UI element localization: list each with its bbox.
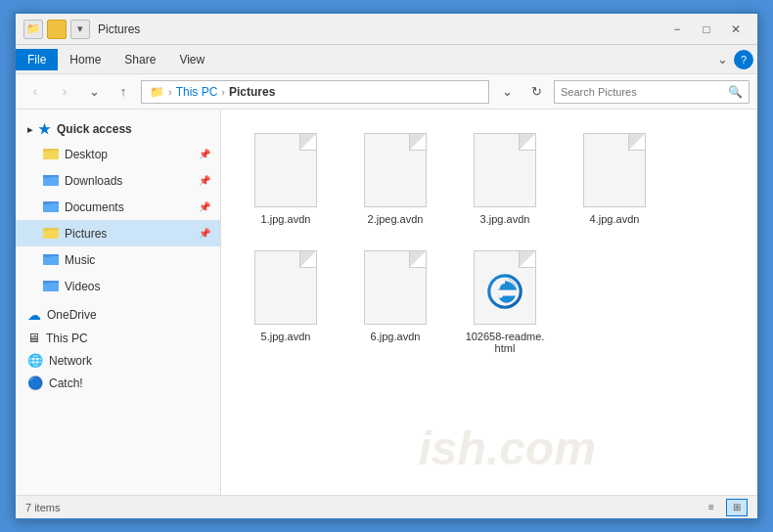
- file-item-7[interactable]: 102658-readme.html: [456, 243, 554, 360]
- path-pictures: Pictures: [229, 85, 275, 99]
- minimize-button[interactable]: −: [663, 20, 691, 39]
- address-path[interactable]: 📁 › This PC › Pictures: [141, 80, 489, 104]
- path-dropdown[interactable]: ⌄: [495, 80, 519, 104]
- file-page-4: [583, 133, 646, 207]
- svg-rect-7: [43, 203, 59, 212]
- file-icon-2: [360, 131, 431, 209]
- maximize-button[interactable]: □: [693, 20, 720, 39]
- search-icon: 🔍: [728, 85, 743, 99]
- sidebar-item-network[interactable]: 🌐 Network: [16, 349, 220, 372]
- file-icon-5: [250, 248, 321, 327]
- window-controls: − □ ✕: [663, 20, 750, 39]
- pictures-pin-icon: 📌: [199, 228, 210, 239]
- music-label: Music: [65, 253, 95, 267]
- documents-label: Documents: [65, 200, 124, 214]
- desktop-label: Desktop: [65, 148, 108, 161]
- file-item-1[interactable]: 1.jpg.avdn: [237, 125, 335, 231]
- svg-rect-1: [43, 151, 59, 159]
- tb-icon-1: 📁: [23, 20, 43, 39]
- menu-home[interactable]: Home: [58, 49, 113, 70]
- close-button[interactable]: ✕: [722, 20, 750, 39]
- file-icon-1: [250, 131, 321, 209]
- sidebar-item-videos[interactable]: Videos: [16, 273, 220, 299]
- music-folder-icon: [43, 250, 59, 269]
- svg-rect-16: [43, 283, 59, 291]
- search-box[interactable]: 🔍: [554, 80, 750, 104]
- title-text: Pictures: [98, 22, 663, 36]
- videos-folder-icon: [43, 277, 59, 295]
- svg-rect-10: [43, 230, 59, 239]
- svg-rect-17: [43, 281, 50, 284]
- sidebar-item-downloads[interactable]: Downloads 📌: [16, 167, 220, 194]
- quick-access-chevron: ▸: [27, 124, 32, 135]
- file-page-5: [254, 250, 317, 325]
- large-icon-view-btn[interactable]: ⊞: [726, 499, 748, 516]
- svg-rect-11: [43, 228, 50, 231]
- nav-up[interactable]: ↑: [112, 80, 135, 104]
- explorer-window: 📁 ▾ Pictures − □ ✕ File Home Share View …: [14, 12, 759, 520]
- quick-access-header[interactable]: ▸ ★ Quick access: [16, 117, 220, 141]
- sidebar-item-onedrive[interactable]: ☁ OneDrive: [16, 303, 220, 327]
- sidebar-item-music[interactable]: Music: [16, 246, 220, 273]
- item-count: 7 items: [25, 502, 60, 513]
- menu-view[interactable]: View: [167, 49, 216, 70]
- refresh-btn[interactable]: ↻: [524, 80, 548, 104]
- menu-chevron[interactable]: ⌄: [710, 48, 734, 71]
- svg-rect-5: [43, 175, 50, 178]
- file-name-3: 3.jpg.avdn: [480, 213, 530, 225]
- svg-rect-4: [43, 177, 59, 186]
- sidebar-item-documents[interactable]: Documents 📌: [16, 194, 220, 220]
- edge-logo-icon: [487, 274, 523, 309]
- downloads-label: Downloads: [65, 174, 122, 188]
- pictures-folder-icon: [43, 224, 59, 243]
- svg-rect-8: [43, 201, 50, 204]
- file-item-5[interactable]: 5.jpg.avdn: [237, 243, 335, 360]
- desktop-pin-icon: 📌: [199, 149, 210, 159]
- file-page-2: [364, 133, 427, 207]
- downloads-folder-icon: [43, 171, 59, 190]
- file-item-6[interactable]: 6.jpg.avdn: [346, 243, 444, 360]
- svg-rect-13: [43, 256, 59, 265]
- path-sep-2: ›: [221, 86, 225, 98]
- menu-help[interactable]: ?: [734, 50, 753, 69]
- svg-rect-14: [43, 254, 50, 257]
- file-area: ish.com 1.jpg.avdn 2.jpeg.avdn: [221, 110, 757, 495]
- main-content: ▸ ★ Quick access Desktop 📌 Downloads 📌: [16, 110, 757, 495]
- thispc-icon: 🖥: [27, 331, 40, 345]
- nav-forward[interactable]: ›: [53, 80, 76, 104]
- address-bar: ‹ › ⌄ ↑ 📁 › This PC › Pictures ⌄ ↻ 🔍: [16, 74, 757, 110]
- menu-share[interactable]: Share: [113, 49, 167, 70]
- sidebar-item-catch[interactable]: 🔵 Catch!: [16, 372, 220, 394]
- path-thispc[interactable]: This PC: [176, 85, 218, 99]
- file-page-1: [254, 133, 317, 207]
- status-bar: 7 items ≡ ⊞: [16, 495, 757, 518]
- file-name-1: 1.jpg.avdn: [261, 213, 311, 225]
- file-item-2[interactable]: 2.jpeg.avdn: [346, 125, 444, 231]
- svg-rect-2: [43, 149, 50, 152]
- sidebar: ▸ ★ Quick access Desktop 📌 Downloads 📌: [16, 110, 221, 495]
- catch-icon: 🔵: [27, 376, 43, 390]
- onedrive-label: OneDrive: [47, 308, 97, 322]
- file-name-2: 2.jpeg.avdn: [368, 213, 424, 225]
- sidebar-item-desktop[interactable]: Desktop 📌: [16, 141, 220, 167]
- documents-folder-icon: [43, 198, 59, 216]
- sidebar-item-pictures[interactable]: Pictures 📌: [16, 220, 220, 246]
- quick-access-label: Quick access: [57, 122, 132, 136]
- desktop-folder-icon: [43, 145, 59, 163]
- list-view-btn[interactable]: ≡: [701, 499, 722, 516]
- search-input[interactable]: [561, 86, 724, 98]
- path-folder-icon: 📁: [150, 85, 164, 99]
- menu-file[interactable]: File: [16, 49, 58, 70]
- file-icon-3: [470, 131, 540, 209]
- pictures-label: Pictures: [65, 227, 107, 241]
- tb-icon-2: [47, 20, 67, 39]
- nav-back[interactable]: ‹: [23, 80, 47, 104]
- sidebar-item-thispc[interactable]: 🖥 This PC: [16, 327, 220, 349]
- path-sep-1: ›: [168, 86, 172, 98]
- file-name-6: 6.jpg.avdn: [371, 331, 421, 342]
- file-name-7: 102658-readme.html: [466, 331, 545, 354]
- file-item-3[interactable]: 3.jpg.avdn: [456, 125, 554, 231]
- nav-recent[interactable]: ⌄: [82, 80, 106, 104]
- network-icon: 🌐: [27, 353, 43, 368]
- file-item-4[interactable]: 4.jpg.avdn: [566, 125, 663, 231]
